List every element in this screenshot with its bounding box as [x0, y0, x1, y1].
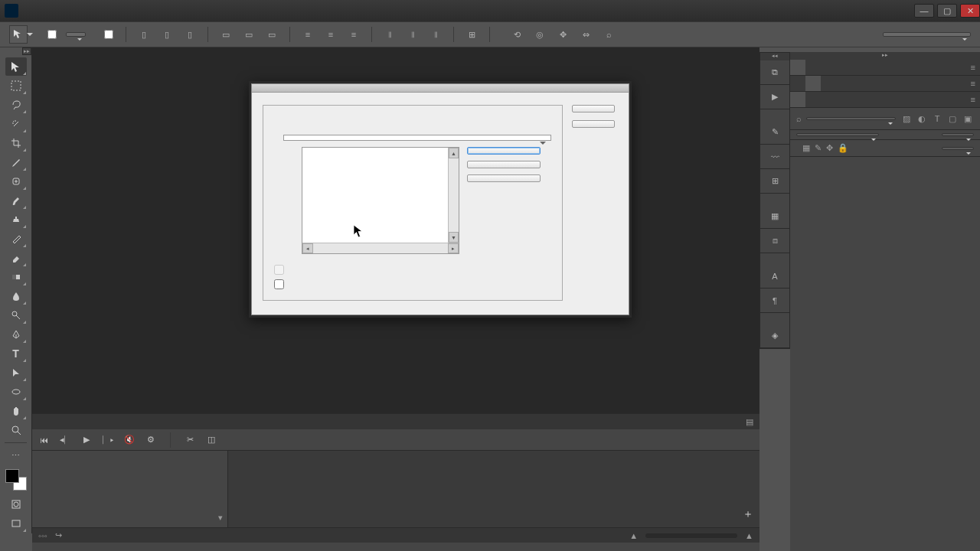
rectangle-tool[interactable] [5, 383, 27, 401]
info-tab[interactable] [805, 60, 821, 75]
distribute-left-icon[interactable]: ⦀ [381, 26, 398, 43]
align-left-edges-icon[interactable]: ▯ [136, 26, 152, 43]
timeline-menu-icon[interactable]: ▤ [746, 417, 753, 427]
timeline-next-frame-icon[interactable]: ⎸▸ [103, 435, 113, 445]
timeline-split-icon[interactable]: ✂ [185, 435, 195, 445]
timeline-audio-icon[interactable]: 🔇 [124, 435, 135, 445]
screen-mode-icon[interactable] [5, 514, 27, 533]
filter-pixel-icon[interactable]: ▨ [900, 112, 913, 125]
ok-button[interactable] [572, 105, 615, 112]
3d-pan-icon[interactable]: ✥ [554, 26, 571, 43]
history-panel-icon[interactable]: ⧉ [760, 60, 789, 85]
auto-align-checkbox[interactable] [274, 265, 551, 275]
hand-tool[interactable] [5, 402, 27, 420]
filter-shape-icon[interactable]: ▢ [946, 112, 959, 125]
scroll-left-icon[interactable]: ◂ [302, 243, 313, 253]
clone-stamp-tool[interactable] [5, 210, 27, 229]
swatches-panel-icon[interactable]: ▦ [760, 204, 789, 229]
menu-image[interactable] [58, 5, 74, 11]
path-selection-tool[interactable] [5, 364, 27, 382]
edit-toolbar-icon[interactable]: ⋯ [5, 446, 27, 465]
menu-edit[interactable] [43, 5, 58, 11]
align-top-edges-icon[interactable]: ▭ [217, 26, 234, 43]
lock-all-icon[interactable]: 🔒 [838, 143, 848, 153]
timeline-first-frame-icon[interactable]: ⏮ [38, 435, 49, 445]
brush-panel-icon[interactable]: 〰 [760, 145, 789, 169]
layer-filter-type-dropdown[interactable] [806, 117, 896, 120]
auto-select-checkbox[interactable] [47, 30, 60, 39]
lock-transparency-icon[interactable]: ▦ [802, 143, 810, 153]
timeline-zoom-in-icon[interactable]: ▲ [745, 531, 753, 540]
brush-tool[interactable] [5, 191, 27, 210]
libraries-tab[interactable] [790, 76, 805, 91]
blend-mode-dropdown[interactable] [796, 133, 879, 136]
menu-filter[interactable] [119, 5, 135, 11]
histogram-tab[interactable] [790, 60, 805, 75]
filter-type-icon[interactable]: T [931, 112, 943, 125]
fill-input[interactable] [942, 147, 974, 150]
paragraph-panel-icon[interactable]: ¶ [760, 289, 789, 313]
show-transform-input[interactable] [104, 30, 113, 39]
browse-button[interactable] [467, 147, 541, 155]
lock-pixels-icon[interactable]: ✎ [815, 143, 822, 153]
motion-dropdown[interactable] [883, 32, 971, 37]
remove-button[interactable] [467, 161, 541, 168]
timeline-settings-icon[interactable]: ⚙ [145, 435, 156, 445]
eyedropper-tool[interactable] [5, 153, 27, 171]
align-bottom-edges-icon[interactable]: ▭ [263, 26, 280, 43]
filter-adjustment-icon[interactable]: ◐ [916, 112, 928, 125]
menu-window[interactable] [165, 5, 181, 11]
auto-align-layers-icon[interactable]: ⊞ [463, 26, 480, 43]
menu-3d[interactable] [135, 5, 150, 11]
menu-view[interactable] [150, 5, 165, 11]
timeline-track-options-icon[interactable]: ▾ [218, 513, 223, 523]
distribute-bottom-icon[interactable]: ≡ [345, 26, 362, 43]
adjustments-tab[interactable] [805, 76, 821, 91]
panel-menu-icon-2[interactable]: ≡ [966, 76, 980, 91]
timeline-zoom-out-icon[interactable]: ▲ [629, 531, 638, 540]
eraser-tool[interactable] [5, 249, 27, 267]
add-open-files-button[interactable] [467, 174, 541, 182]
3d-slide-icon[interactable]: ⇔ [577, 26, 594, 43]
quick-mask-icon[interactable] [5, 495, 27, 514]
gradient-tool[interactable] [5, 268, 27, 286]
create-smart-object-checkbox[interactable] [274, 279, 551, 289]
menu-help[interactable] [181, 5, 196, 11]
dock-expand-icon[interactable]: ◂◂ [760, 53, 789, 60]
distribute-horizontal-icon[interactable]: ⦀ [404, 26, 421, 43]
align-horizontal-centers-icon[interactable]: ▯ [158, 26, 175, 43]
pen-tool[interactable] [5, 325, 27, 344]
clone-source-panel-icon[interactable]: ⊞ [760, 169, 789, 194]
styles-panel-icon[interactable]: ⧈ [760, 229, 789, 253]
magic-wand-tool[interactable] [5, 115, 27, 133]
3d-roll-icon[interactable]: ◎ [531, 26, 548, 43]
file-list[interactable]: ▲ ▼ ◂ ▸ [302, 147, 459, 254]
scroll-down-icon[interactable]: ▼ [449, 232, 459, 243]
crop-tool[interactable] [5, 134, 27, 152]
3d-zoom-icon[interactable]: ⌕ [600, 26, 617, 43]
3d-panel-icon[interactable]: ◈ [760, 324, 789, 348]
layers-tab[interactable] [790, 92, 805, 107]
distribute-vertical-icon[interactable]: ≡ [322, 26, 339, 43]
align-vertical-centers-icon[interactable]: ▭ [240, 26, 257, 43]
timeline-play-icon[interactable]: ▶ [81, 435, 92, 445]
timeline-transition-icon[interactable]: ◫ [206, 435, 217, 445]
channels-tab[interactable] [805, 92, 821, 107]
zoom-tool[interactable] [5, 421, 27, 439]
toolbar-expand-icon[interactable]: ▸▸ [22, 47, 31, 55]
tool-preset-picker[interactable] [9, 25, 28, 44]
brush-presets-panel-icon[interactable]: ✎ [760, 120, 789, 145]
3d-orbit-icon[interactable]: ⟲ [508, 26, 525, 43]
menu-type[interactable] [89, 5, 104, 11]
opacity-input[interactable] [942, 133, 974, 136]
blur-tool[interactable] [5, 287, 27, 305]
create-smart-object-input[interactable] [274, 279, 284, 289]
move-tool[interactable] [5, 57, 27, 76]
color-swatches[interactable] [5, 469, 27, 491]
auto-select-input[interactable] [47, 30, 57, 39]
lasso-tool[interactable] [5, 96, 27, 114]
timeline-prev-frame-icon[interactable]: ◂⎸ [60, 435, 70, 445]
lock-position-icon[interactable]: ✥ [826, 143, 833, 153]
menu-select[interactable] [104, 5, 119, 11]
align-right-edges-icon[interactable]: ▯ [181, 26, 198, 43]
